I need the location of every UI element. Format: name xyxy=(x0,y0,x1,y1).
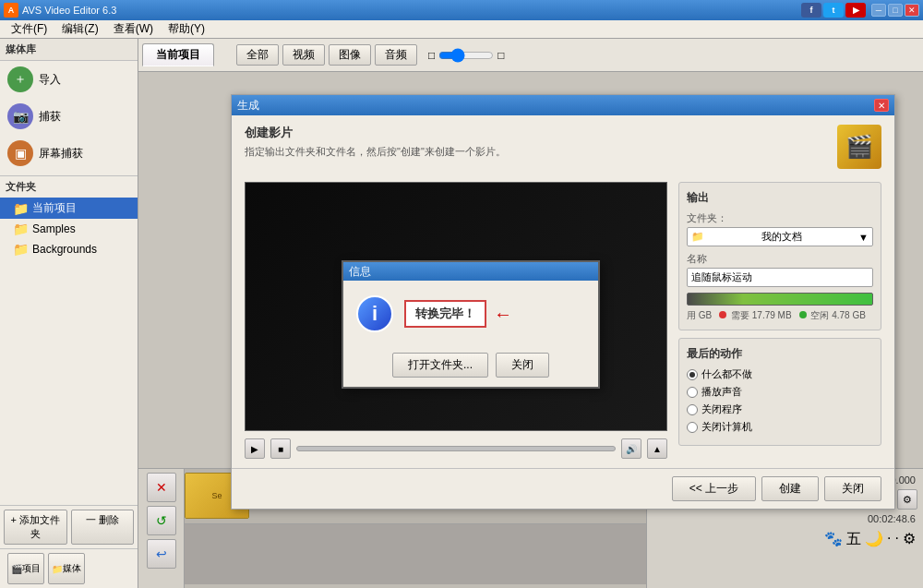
arrow-btn[interactable]: ↩ xyxy=(147,539,176,569)
timeline-track-2 xyxy=(185,524,646,584)
facebook-icon[interactable]: f xyxy=(801,3,821,18)
info-close-button[interactable]: 关闭 xyxy=(496,353,549,378)
sidebar-header: 媒体库 xyxy=(0,39,138,61)
volume-button[interactable]: 🔊 xyxy=(621,438,641,459)
need-info: 需要 17.79 MB xyxy=(719,309,791,322)
capture-action[interactable]: 📷 捕获 xyxy=(0,98,138,135)
twitter-icon[interactable]: t xyxy=(823,3,844,18)
folder-samples[interactable]: 📁 Samples xyxy=(0,219,138,239)
radio-option-4[interactable]: 关闭计算机 xyxy=(687,420,873,434)
folder-label-samples: Samples xyxy=(32,222,76,235)
radio-label-2: 播放声音 xyxy=(701,385,742,399)
radio-label-4: 关闭计算机 xyxy=(701,420,752,434)
chevron-down-icon: ▼ xyxy=(858,232,869,243)
disk-info: 用 GB 需要 17.79 MB 空闲 xyxy=(687,309,873,322)
media-label: 媒体 xyxy=(63,562,81,575)
open-folder-button[interactable]: 打开文件夹... xyxy=(392,353,488,378)
radio-3[interactable] xyxy=(687,404,698,415)
screen-capture-label: 屏幕捕获 xyxy=(39,146,83,162)
folder-label-backgrounds: Backgrounds xyxy=(32,243,97,256)
menu-edit[interactable]: 编辑(Z) xyxy=(54,20,105,38)
radio-option-3[interactable]: 关闭程序 xyxy=(687,402,873,416)
tr-btn-4[interactable]: ⚙ xyxy=(897,489,917,510)
capture-label: 捕获 xyxy=(39,109,61,125)
tab-audio[interactable]: 音频 xyxy=(375,44,417,66)
add-folder-button[interactable]: + 添加文件夹 xyxy=(4,510,67,545)
radio-1[interactable] xyxy=(687,369,698,380)
remove-button[interactable]: 一 删除 xyxy=(71,510,135,545)
dialog-description: 指定输出文件夹和文件名，然后按"创建"来创建一个影片。 xyxy=(245,145,506,159)
import-action[interactable]: ＋ 导入 xyxy=(0,61,138,98)
folder-backgrounds[interactable]: 📁 Backgrounds xyxy=(0,239,138,259)
screen-capture-action[interactable]: ▣ 屏幕捕获 xyxy=(0,135,138,172)
tab-video[interactable]: 视频 xyxy=(282,44,325,66)
app-title: AVS Video Editor 6.3 xyxy=(22,5,116,16)
app-icon: A xyxy=(4,3,18,18)
back-button[interactable]: << 上一步 xyxy=(672,476,756,501)
menu-file[interactable]: 文件(F) xyxy=(4,20,54,38)
folder-icon-current: 📁 xyxy=(13,201,29,216)
close-button[interactable]: ✕ xyxy=(905,4,919,17)
radio-label-1: 什么都不做 xyxy=(701,367,752,381)
menu-help[interactable]: 帮助(Y) xyxy=(161,20,212,38)
folder-label: 文件夹： xyxy=(687,211,873,225)
dialog-close-button[interactable]: ✕ xyxy=(874,99,889,112)
output-group: 输出 文件夹： 📁 我的文档 ▼ 名称 追 xyxy=(678,182,881,330)
dialog-header: 创建影片 指定输出文件夹和文件名，然后按"创建"来创建一个影片。 🎬 xyxy=(232,115,894,174)
maximize-button[interactable]: □ xyxy=(888,4,903,17)
disk-bar xyxy=(687,293,873,306)
radio-label-3: 关闭程序 xyxy=(701,402,742,416)
disk-bar-container: 用 GB 需要 17.79 MB 空闲 xyxy=(687,293,873,322)
create-button[interactable]: 创建 xyxy=(761,476,819,501)
info-dialog: 信息 i 转换完毕！ ← 打开文件夹... 关闭 xyxy=(342,260,600,389)
youtube-icon[interactable]: ▶ xyxy=(845,3,866,18)
play-button[interactable]: ▶ xyxy=(245,438,265,459)
social-icons: f t ▶ xyxy=(801,3,866,18)
output-title: 输出 xyxy=(687,190,873,206)
output-section: 输出 文件夹： 📁 我的文档 ▼ 名称 追 xyxy=(678,182,881,461)
folder-current-project[interactable]: 📁 当前项目 xyxy=(0,198,138,219)
dialog-titlebar: 生成 ✕ xyxy=(232,95,894,115)
media-icon-btn[interactable]: 📁 媒体 xyxy=(48,553,85,584)
top-toolbar: 当前项目 全部 视频 图像 音频 □ □ xyxy=(138,39,923,72)
tab-group: 全部 视频 图像 音频 xyxy=(236,44,417,66)
green-check-btn[interactable]: ↺ xyxy=(147,506,176,535)
stop-button[interactable]: ■ xyxy=(270,438,291,459)
name-field: 名称 追随鼠标运动 xyxy=(687,252,873,287)
project-icon-btn[interactable]: 🎬 项目 xyxy=(7,553,44,584)
expand-button[interactable]: ▲ xyxy=(647,438,667,459)
need-dot xyxy=(719,311,726,318)
radio-4[interactable] xyxy=(687,422,698,433)
main-container: 媒体库 ＋ 导入 📷 捕获 ▣ 屏幕捕获 文件夹 📁 当前项目 📁 Sample… xyxy=(0,39,923,588)
close-dialog-button[interactable]: 关闭 xyxy=(824,476,881,501)
dot-icon: · xyxy=(887,530,891,549)
sidebar-icons-row: 🎬 项目 📁 媒体 xyxy=(0,548,138,588)
folder-select[interactable]: 📁 我的文档 ▼ xyxy=(687,227,873,246)
folder-label-current: 当前项目 xyxy=(32,200,77,216)
free-info: 空闲 4.78 GB xyxy=(799,309,866,322)
project-icon: 🎬 xyxy=(11,564,22,574)
dialog-header-text: 创建影片 指定输出文件夹和文件名，然后按"创建"来创建一个影片。 xyxy=(245,125,506,159)
project-label: 项目 xyxy=(22,562,41,575)
radio-2[interactable] xyxy=(687,387,698,398)
name-value: 追随鼠标运动 xyxy=(691,271,752,282)
folder-icon-samples: 📁 xyxy=(13,222,29,236)
media-icon: 📁 xyxy=(52,564,63,574)
tab-all[interactable]: 全部 xyxy=(236,44,279,66)
name-label: 名称 xyxy=(687,252,873,266)
radio-option-1[interactable]: 什么都不做 xyxy=(687,367,873,381)
minimize-button[interactable]: ─ xyxy=(871,4,886,17)
dialog-title: 生成 xyxy=(237,98,259,114)
dialog-header-icon: 🎬 xyxy=(837,125,881,169)
red-x-btn[interactable]: ✕ xyxy=(147,473,176,502)
info-dialog-body: i 转换完毕！ ← xyxy=(343,281,598,347)
sidebar-bottom-buttons: + 添加文件夹 一 删除 xyxy=(0,505,138,548)
zoom-slider[interactable] xyxy=(438,48,494,63)
tab-image[interactable]: 图像 xyxy=(329,44,371,66)
progress-bar[interactable] xyxy=(296,446,616,451)
radio-option-2[interactable]: 播放声音 xyxy=(687,385,873,399)
name-input[interactable]: 追随鼠标运动 xyxy=(687,268,873,287)
menu-view[interactable]: 查看(W) xyxy=(106,20,161,38)
time-position: 00:02:48.6 xyxy=(651,511,919,526)
current-project-tab[interactable]: 当前项目 xyxy=(142,43,214,66)
